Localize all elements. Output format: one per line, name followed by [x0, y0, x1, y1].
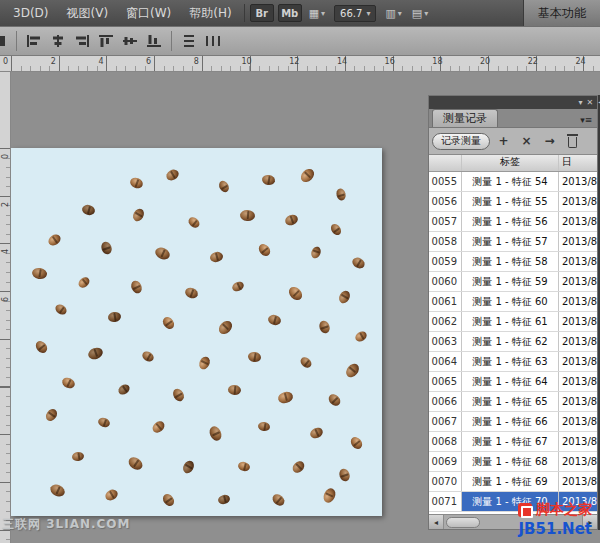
zoom-level-control[interactable]: 66.7▾ [334, 5, 376, 22]
watermark-site-url: JB51.Net [518, 520, 592, 538]
seed-object [338, 467, 352, 483]
distribute-vertical-centers-icon[interactable] [178, 31, 200, 51]
export-measurements-icon[interactable]: → [540, 133, 559, 150]
arrange-documents-dropdown[interactable]: ▥▾ [380, 7, 406, 20]
row-label: 测量 1 - 特征 63 [462, 352, 559, 371]
cropped-tool-icon[interactable] [0, 31, 10, 51]
menu-window[interactable]: 窗口(W) [117, 0, 180, 26]
row-id: 0063 [429, 332, 462, 351]
panel-menu-icon[interactable]: ▾≡ [580, 115, 597, 127]
delete-measurements-icon[interactable]: × [517, 133, 536, 150]
row-date: 2013/8 [559, 352, 597, 371]
view-extras-dropdown[interactable]: ▦▾ [304, 7, 330, 20]
trash-icon[interactable] [563, 133, 582, 150]
header-number-column[interactable] [429, 155, 462, 171]
row-date: 2013/8 [559, 452, 597, 471]
table-row[interactable]: 0062测量 1 - 特征 612013/8 [429, 312, 597, 332]
row-id: 0057 [429, 212, 462, 231]
row-date: 2013/8 [559, 372, 597, 391]
seed-object [171, 387, 186, 403]
panel-dock: ▾ ✕ 测量记录 ▾≡ 记录测量 + × → 标签 [428, 95, 600, 530]
table-row[interactable]: 0067测量 1 - 特征 662013/8 [429, 412, 597, 432]
seed-object [87, 346, 105, 361]
seed-object [231, 280, 246, 293]
table-row[interactable]: 0061测量 1 - 特征 602013/8 [429, 292, 597, 312]
tab-measurement-log[interactable]: 测量记录 [432, 109, 498, 127]
seed-object [131, 207, 146, 223]
seed-object [187, 215, 202, 230]
photoshop-window: 3D(D) 视图(V) 窗口(W) 帮助(H) Br Mb ▦▾ 66.7▾ ▥… [0, 0, 600, 543]
distribute-horizontal-centers-icon[interactable] [202, 31, 224, 51]
row-label: 测量 1 - 特征 68 [462, 452, 559, 471]
collapse-panel-icon[interactable]: ▾ [578, 98, 582, 107]
align-horizontal-centers-icon[interactable] [47, 31, 69, 51]
seed-object [100, 240, 114, 256]
align-top-edges-icon[interactable] [95, 31, 117, 51]
scrollbar-thumb[interactable] [446, 517, 480, 528]
table-row[interactable]: 0059测量 1 - 特征 582013/8 [429, 252, 597, 272]
align-left-edges-icon[interactable] [23, 31, 45, 51]
seed-object [261, 174, 276, 186]
seed-object [44, 407, 60, 423]
align-right-edges-icon[interactable] [71, 31, 93, 51]
ruler-number: 22 [528, 57, 538, 66]
ruler-number: 8 [194, 57, 199, 66]
row-label: 测量 1 - 特征 69 [462, 472, 559, 491]
watermark-site-row: 脚本之家 [518, 501, 592, 519]
vertical-ruler[interactable]: 0246 [0, 72, 11, 543]
seed-object [267, 313, 282, 326]
seed-object [299, 355, 314, 370]
row-date: 2013/8 [559, 172, 597, 191]
seed-object [184, 286, 200, 300]
seed-object [337, 289, 352, 305]
horizontal-ruler[interactable]: 024681012141618202224 [0, 56, 600, 72]
record-measurements-button[interactable]: 记录测量 [432, 133, 490, 150]
row-id: 0071 [429, 492, 462, 511]
menu-view[interactable]: 视图(V) [57, 0, 117, 26]
screen-mode-dropdown[interactable]: ▤▾ [407, 7, 433, 20]
table-row[interactable]: 0068测量 1 - 特征 672013/8 [429, 432, 597, 452]
table-row[interactable]: 0064测量 1 - 特征 632013/8 [429, 352, 597, 372]
seed-object [209, 250, 224, 263]
table-row[interactable]: 0070测量 1 - 特征 692013/8 [429, 472, 597, 492]
align-vertical-centers-icon[interactable] [119, 31, 141, 51]
document-canvas[interactable] [11, 148, 382, 516]
jb51-logo-icon [518, 503, 532, 517]
select-measurements-icon[interactable]: + [494, 133, 513, 150]
table-row[interactable]: 0057测量 1 - 特征 562013/8 [429, 212, 597, 232]
seed-object [129, 176, 145, 190]
launch-bridge-button[interactable]: Br [250, 4, 274, 22]
seed-object [290, 459, 306, 475]
close-panel-icon[interactable]: ✕ [586, 98, 593, 107]
seed-object [153, 245, 171, 261]
table-row[interactable]: 0058测量 1 - 特征 572013/8 [429, 232, 597, 252]
table-row[interactable]: 0063测量 1 - 特征 622013/8 [429, 332, 597, 352]
workspace-switcher[interactable]: 基本功能 [523, 0, 600, 26]
workspace-area: 0246 ▾ ✕ 测量记录 ▾≡ 记录测量 + × → [0, 72, 600, 543]
scroll-left-icon[interactable]: ◂ [429, 515, 444, 529]
row-date: 2013/8 [559, 272, 597, 291]
row-id: 0059 [429, 252, 462, 271]
menu-3d[interactable]: 3D(D) [4, 0, 57, 26]
screen-mode-icon: ▤ [412, 7, 422, 20]
seed-object [60, 376, 76, 391]
seed-object [335, 188, 347, 202]
row-label: 测量 1 - 特征 60 [462, 292, 559, 311]
table-row[interactable]: 0065测量 1 - 特征 642013/8 [429, 372, 597, 392]
seed-object [48, 482, 66, 498]
view-extras-icon: ▦ [309, 7, 319, 20]
table-row[interactable]: 0066测量 1 - 特征 652013/8 [429, 392, 597, 412]
table-row[interactable]: 0055测量 1 - 特征 542013/8 [429, 172, 597, 192]
header-date-column[interactable]: 日 [559, 155, 597, 171]
menu-help[interactable]: 帮助(H) [180, 0, 240, 26]
launch-mini-bridge-button[interactable]: Mb [278, 4, 302, 22]
options-separator [16, 31, 17, 51]
row-id: 0061 [429, 292, 462, 311]
seed-object [103, 487, 119, 502]
ruler-number: 12 [289, 57, 299, 66]
align-bottom-edges-icon[interactable] [143, 31, 165, 51]
header-label-column[interactable]: 标签 [462, 155, 559, 171]
table-row[interactable]: 0069测量 1 - 特征 682013/8 [429, 452, 597, 472]
table-row[interactable]: 0056测量 1 - 特征 552013/8 [429, 192, 597, 212]
table-row[interactable]: 0060测量 1 - 特征 592013/8 [429, 272, 597, 292]
